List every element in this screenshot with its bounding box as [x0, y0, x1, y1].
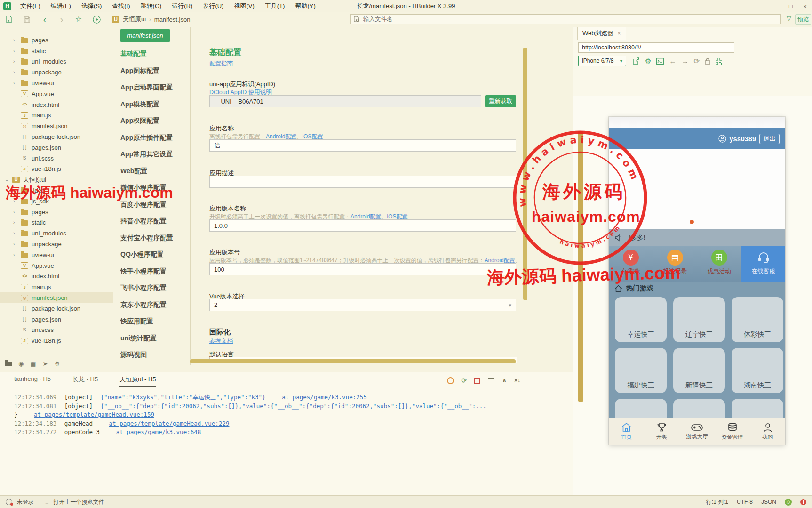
version-code-input[interactable] — [209, 263, 516, 275]
tree-item[interactable]: [ ] pages.json — [0, 314, 113, 325]
chevron-icon[interactable]: › — [13, 252, 20, 258]
chevron-icon[interactable]: › — [13, 38, 20, 43]
tree-item[interactable]: J main.js — [0, 110, 113, 121]
tree-item[interactable]: <> index.html — [0, 99, 113, 110]
tab-funds[interactable]: 资金管理 — [715, 418, 750, 445]
log-json-link[interactable]: {"name":"k3xyks","title":"幸运快三","type":"… — [101, 394, 266, 401]
chevron-icon[interactable]: › — [13, 199, 20, 204]
feedback-smiley-icon[interactable]: ☺ — [785, 499, 792, 506]
chevron-icon[interactable]: › — [13, 231, 20, 236]
tree-item[interactable]: › uni_modules — [0, 228, 113, 239]
back-icon[interactable]: ← — [669, 57, 676, 65]
refresh-appid-button[interactable]: 重新获取 — [485, 95, 516, 107]
open-window-icon[interactable] — [488, 378, 494, 383]
tree-item[interactable]: › .idea — [0, 185, 113, 196]
console-tab[interactable]: 长龙 - H5 — [72, 375, 98, 387]
tree-item[interactable]: [ ] pages.json — [0, 142, 113, 153]
i18n-doc-link[interactable]: 参考文档 — [209, 337, 233, 345]
tree-item[interactable]: ⌄ U 天恒原ui — [0, 174, 113, 185]
manifest-section[interactable]: 百度小程序配置 — [120, 196, 191, 213]
menu-item[interactable]: 编辑(E) — [46, 2, 76, 10]
manifest-section[interactable]: 飞书小程序配置 — [120, 280, 191, 297]
manifest-section[interactable]: App模块配置 — [120, 96, 191, 113]
minimize-button[interactable]: — — [770, 3, 784, 10]
manifest-section[interactable]: QQ小程序配置 — [120, 246, 191, 263]
log-source-link[interactable]: at pages/template/gameHead.vue:229 — [109, 420, 230, 427]
restart-icon[interactable]: ⟳ — [462, 377, 467, 384]
cursor-position[interactable]: 行:1 列:1 — [706, 498, 728, 506]
page-scrollbar[interactable] — [578, 131, 583, 402]
manifest-section[interactable]: 抖音小程序配置 — [120, 213, 191, 230]
settings-icon[interactable]: ⚙ — [55, 360, 60, 367]
refresh-icon[interactable]: ⟳ — [693, 57, 700, 65]
promotions-button[interactable]: 田 优惠活动 — [697, 246, 741, 282]
manifest-section[interactable]: 基础配置 — [120, 46, 191, 63]
new-file-icon[interactable] — [4, 12, 14, 23]
tree-item[interactable]: J main.js — [0, 282, 113, 292]
game-tile[interactable]: 体彩快三 — [732, 297, 783, 342]
collapse-icon[interactable]: ∧ — [502, 377, 507, 384]
menu-item[interactable]: 查找(I) — [107, 2, 135, 10]
username-link[interactable]: yss0389 — [730, 135, 756, 143]
appid-input[interactable] — [209, 95, 481, 107]
grid-icon[interactable]: ▦ — [30, 360, 36, 367]
editor-horizontal-scrollbar[interactable] — [190, 359, 516, 363]
tree-item[interactable]: › pages — [0, 35, 113, 46]
back-icon[interactable]: ‹ — [40, 12, 50, 26]
tree-item[interactable]: ◎ manifest.json — [0, 292, 113, 303]
tree-item[interactable]: › static — [0, 218, 113, 228]
list-icon[interactable]: ≡ — [45, 499, 49, 506]
browser-tab[interactable]: Web浏览器 × — [577, 27, 626, 40]
game-tile[interactable]: 幸运快三 — [615, 297, 667, 342]
forward-icon[interactable]: › — [56, 12, 67, 26]
tree-item[interactable]: J vue-i18n.js — [0, 335, 113, 346]
chevron-icon[interactable]: › — [13, 188, 20, 193]
manifest-section[interactable]: 源码视图 — [120, 347, 191, 363]
preview-button[interactable]: 预览 — [795, 14, 811, 25]
tab-profile[interactable]: 我的 — [750, 418, 785, 445]
lock-icon[interactable] — [705, 58, 710, 65]
save-icon[interactable] — [22, 12, 32, 23]
chevron-icon[interactable]: ⌄ — [5, 177, 11, 182]
open-external-icon[interactable] — [633, 57, 640, 65]
device-select[interactable]: ▾ iPhone 6/7/8 — [578, 56, 626, 66]
chevron-icon[interactable]: › — [13, 81, 20, 86]
encoding[interactable]: UTF-8 — [737, 499, 753, 505]
android-config-link[interactable]: Android配置 — [266, 133, 296, 140]
tree-item[interactable]: › unpackage — [0, 239, 113, 250]
logout-button[interactable]: 退出 — [759, 134, 780, 144]
monkey-icon[interactable]: ◉ — [18, 360, 24, 367]
manifest-section[interactable]: 支付宝小程序配置 — [120, 230, 191, 247]
game-tile[interactable]: 新疆快三 — [673, 348, 725, 393]
chevron-icon[interactable]: › — [13, 242, 20, 247]
console-tab[interactable]: 天恒原ui - H5 — [119, 375, 156, 387]
config-guide-link[interactable]: 配置指南 — [209, 60, 233, 68]
menu-item[interactable]: 发行(U) — [198, 2, 229, 10]
open-prev-preview[interactable]: 打开上一个预览文件 — [54, 498, 104, 506]
forward-icon[interactable]: → — [681, 57, 688, 65]
clear-log-icon[interactable]: ×↓ — [514, 377, 520, 384]
tree-item[interactable]: [ ] package-lock.json — [0, 131, 113, 142]
filetype[interactable]: JSON — [761, 499, 776, 505]
tree-item[interactable]: J vue-i18n.js — [0, 164, 113, 175]
tab-home[interactable]: 首页 — [609, 418, 644, 445]
url-input[interactable] — [578, 42, 734, 53]
maximize-button[interactable]: □ — [784, 3, 798, 10]
manifest-section[interactable]: App启动界面配置 — [120, 79, 191, 96]
close-button[interactable]: × — [798, 3, 812, 10]
tree-item[interactable]: › uview-ui — [0, 78, 113, 89]
log-json-link[interactable]: {"__ob__":{"dep":{"id":20062,"subs":[]},… — [101, 403, 486, 410]
menu-item[interactable]: 视图(V) — [229, 2, 259, 10]
tree-item[interactable]: <> index.html — [0, 271, 113, 282]
tree-item[interactable]: › unpackage — [0, 67, 113, 78]
app-desc-input[interactable] — [209, 176, 516, 188]
chevron-icon[interactable]: › — [13, 48, 20, 54]
manifest-section[interactable]: App权限配置 — [120, 113, 191, 129]
file-search-input[interactable] — [350, 14, 781, 24]
gear-icon[interactable]: ⚙ — [645, 57, 651, 65]
tree-item[interactable]: › pages — [0, 207, 113, 218]
manifest-section[interactable]: 微信小程序配置 — [120, 179, 191, 196]
debug-icon[interactable] — [447, 377, 454, 384]
menu-item[interactable]: 文件(F) — [15, 2, 46, 10]
bet-records-button[interactable]: ▤ 投注记录 — [653, 246, 697, 282]
